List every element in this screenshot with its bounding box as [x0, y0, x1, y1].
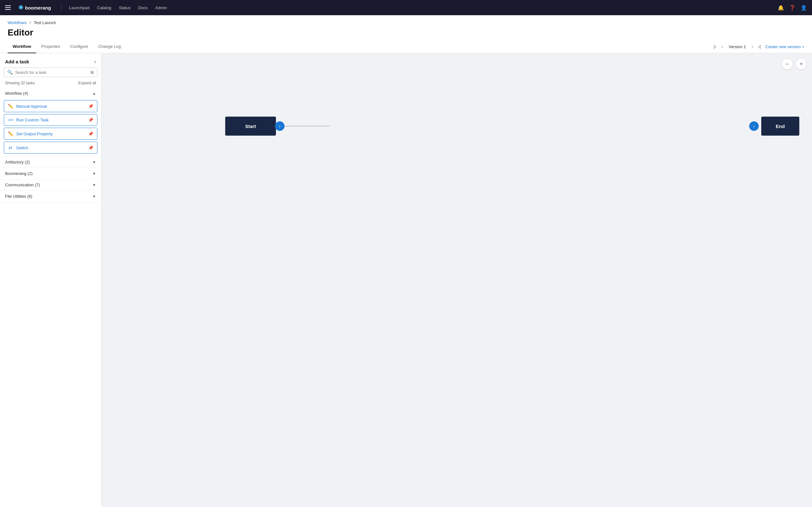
brand-icon: ❋: [18, 4, 23, 11]
task-switch[interactable]: ⇄ Switch 📌: [4, 142, 97, 154]
task-manual-approval-label: Manual Approval: [16, 104, 47, 109]
task-switch-label: Switch: [16, 146, 28, 150]
manual-approval-icon: ✏️: [8, 104, 13, 109]
chevron-down-icon-4: ▼: [92, 194, 96, 199]
chevron-down-icon-3: ▼: [92, 183, 96, 187]
nav-docs[interactable]: Docs: [138, 5, 148, 10]
tab-changelog[interactable]: Change Log: [93, 40, 126, 53]
search-icon: 🔍: [7, 70, 13, 75]
task-set-output[interactable]: ✏️ Set Output Property 📌: [4, 128, 97, 140]
connector-arrow-icon: ›: [279, 124, 281, 129]
tab-workflow[interactable]: Workflow: [8, 40, 36, 53]
category-boomerang-label: Boomerang (2): [5, 171, 33, 176]
breadcrumb-current: Test Launch: [34, 20, 56, 25]
chevron-up-icon: ▲: [92, 91, 96, 96]
nav-status[interactable]: Status: [119, 5, 131, 10]
notifications-icon[interactable]: 🔔: [778, 5, 784, 11]
help-icon[interactable]: ❓: [789, 5, 796, 11]
breadcrumb: Workflows / Test Launch: [8, 20, 804, 25]
canvas-nodes: Start › › End: [101, 53, 812, 507]
version-next-btn[interactable]: ›: [750, 43, 755, 50]
sidebar-close-button[interactable]: ‹: [94, 58, 96, 65]
version-prev-btn[interactable]: ‹: [720, 43, 725, 50]
page-header: Workflows / Test Launch Editor: [0, 15, 812, 38]
start-node[interactable]: Start: [225, 117, 276, 135]
canvas-zoom-controls: − +: [781, 58, 807, 70]
page-title: Editor: [8, 27, 804, 38]
category-workflow: Workflow (4) ▲ ✏️ Manual Approval 📌 </>: [0, 88, 101, 157]
switch-icon: ⇄: [8, 145, 13, 150]
nav-actions: 🔔 ❓ 👤: [778, 5, 807, 11]
start-connector[interactable]: ›: [275, 121, 285, 131]
plus-icon: +: [802, 44, 804, 49]
main-layout: Add a task ‹ 🔍 ⊞ Showing 32 tasks Expand…: [0, 53, 812, 507]
pin-icon-3[interactable]: 📌: [88, 131, 93, 136]
end-connector-left[interactable]: ›: [749, 121, 759, 131]
task-sidebar: Add a task ‹ 🔍 ⊞ Showing 32 tasks Expand…: [0, 53, 101, 507]
chevron-down-icon: ▼: [92, 160, 96, 164]
nav-admin[interactable]: Admin: [155, 5, 167, 10]
top-navigation: ❋ boomerang Launchpad Catalog Status Doc…: [0, 0, 812, 15]
user-icon[interactable]: 👤: [801, 5, 807, 11]
workflow-tasks: ✏️ Manual Approval 📌 </> Run Custom Task…: [0, 99, 101, 156]
brand-name: boomerang: [25, 5, 51, 10]
version-label: Version 1: [726, 44, 748, 49]
pin-icon-4[interactable]: 📌: [88, 146, 93, 150]
start-node-label: Start: [245, 124, 256, 129]
zoom-out-button[interactable]: −: [781, 58, 793, 70]
task-manual-approval[interactable]: ✏️ Manual Approval 📌: [4, 100, 97, 112]
showing-tasks-count: Showing 32 tasks: [5, 81, 35, 85]
tab-list: Workflow Properties Configure Change Log: [8, 40, 712, 53]
tab-properties[interactable]: Properties: [36, 40, 65, 53]
sidebar-content: Workflow (4) ▲ ✏️ Manual Approval 📌 </>: [0, 88, 101, 507]
create-version-label: Create new version: [765, 44, 801, 49]
connector-arrow-icon-2: ›: [753, 124, 755, 129]
pin-icon[interactable]: 📌: [88, 104, 93, 109]
sidebar-header: Add a task ‹: [0, 53, 101, 67]
nav-divider: [61, 4, 61, 11]
set-output-icon: ✏️: [8, 131, 13, 136]
category-file-utilities-header[interactable]: File Utilities (6) ▼: [0, 191, 101, 202]
sidebar-title: Add a task: [5, 59, 29, 64]
category-communication: Communication (7) ▼: [0, 179, 101, 191]
create-version-button[interactable]: Create new version +: [765, 44, 804, 49]
category-communication-label: Communication (7): [5, 182, 40, 187]
canvas-connections: [101, 53, 812, 507]
version-last-btn[interactable]: ›|: [756, 43, 763, 50]
version-controls: |‹ ‹ Version 1 › ›| Create new version +: [712, 43, 804, 50]
hamburger-menu[interactable]: [5, 5, 11, 10]
version-navigation: |‹ ‹ Version 1 › ›|: [712, 43, 763, 50]
category-workflow-label: Workflow (4): [5, 91, 28, 96]
category-file-utilities-label: File Utilities (6): [5, 194, 32, 199]
filter-button[interactable]: ⊞: [90, 70, 94, 75]
zoom-in-button[interactable]: +: [796, 58, 807, 70]
category-boomerang-header[interactable]: Boomerang (2) ▼: [0, 168, 101, 179]
breadcrumb-separator: /: [30, 20, 31, 25]
nav-catalog[interactable]: Catalog: [97, 5, 111, 10]
category-communication-header[interactable]: Communication (7) ▼: [0, 179, 101, 190]
brand-logo: ❋ boomerang: [18, 4, 51, 11]
chevron-down-icon-2: ▼: [92, 171, 96, 176]
search-input[interactable]: [15, 70, 88, 75]
tab-configure[interactable]: Configure: [65, 40, 93, 53]
expand-all-button[interactable]: Expand all: [78, 81, 96, 85]
category-artifactory-label: Artifactory (2): [5, 160, 30, 164]
category-file-utilities: File Utilities (6) ▼: [0, 191, 101, 202]
category-artifactory-header[interactable]: Artifactory (2) ▼: [0, 157, 101, 168]
tabs-bar: Workflow Properties Configure Change Log…: [0, 40, 812, 53]
category-boomerang: Boomerang (2) ▼: [0, 168, 101, 179]
task-set-output-label: Set Output Property: [16, 131, 53, 136]
task-run-custom-label: Run Custom Task: [16, 118, 49, 122]
nav-launchpad[interactable]: Launchpad: [69, 5, 90, 10]
version-first-btn[interactable]: |‹: [712, 43, 718, 50]
end-node[interactable]: End: [761, 117, 799, 135]
breadcrumb-workflows[interactable]: Workflows: [8, 20, 27, 25]
pin-icon-2[interactable]: 📌: [88, 118, 93, 122]
task-run-custom[interactable]: </> Run Custom Task 📌: [4, 114, 97, 126]
task-search-container: 🔍 ⊞: [4, 67, 97, 77]
sidebar-meta: Showing 32 tasks Expand all: [0, 79, 101, 88]
category-workflow-header[interactable]: Workflow (4) ▲: [0, 88, 101, 99]
workflow-canvas: − + Start › › End: [101, 53, 812, 507]
run-custom-icon: </>: [8, 118, 13, 122]
category-artifactory: Artifactory (2) ▼: [0, 157, 101, 168]
